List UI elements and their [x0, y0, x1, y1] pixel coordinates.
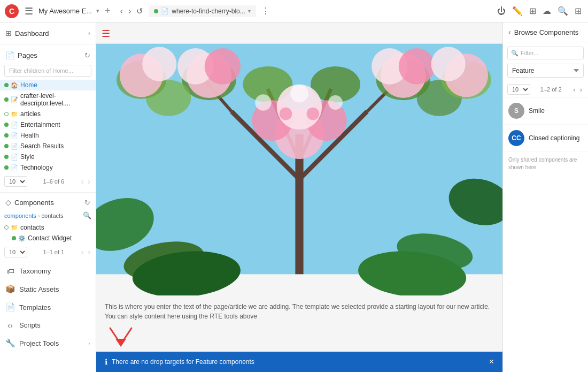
scripts-icon: ‹›: [5, 321, 15, 330]
svg-point-36: [307, 108, 320, 120]
hamburger-icon[interactable]: ☰: [22, 3, 35, 19]
notification-bar: ℹ There are no drop targets for Feature …: [96, 352, 502, 372]
right-panel-search-input[interactable]: [507, 47, 584, 59]
category-dropdown[interactable]: Feature: [507, 64, 584, 78]
article-body-text: This is where you enter the text of the …: [105, 302, 494, 321]
notification-close-button[interactable]: ×: [489, 357, 494, 367]
right-panel-search-wrap: 🔍: [507, 47, 584, 59]
components-header[interactable]: ◇ Components ↻: [0, 195, 96, 210]
right-panel-pagination: 10 1–2 of 2 ‹ ›: [503, 82, 588, 97]
breadcrumb-separator: ›: [38, 212, 40, 219]
apps-button[interactable]: ⊞: [527, 4, 538, 18]
rp-prev-button[interactable]: ‹: [571, 85, 577, 94]
right-panel-title: Browse Components: [514, 28, 583, 36]
sidebar-item-static-assets[interactable]: 📦 Static Assets: [0, 280, 96, 298]
title-chevron: ▾: [96, 7, 99, 14]
tree-item-descriptor[interactable]: 📝 crafter-level-descriptor.level....: [0, 90, 96, 109]
pages-prev-button[interactable]: ‹: [80, 176, 85, 187]
add-tab-button[interactable]: +: [103, 3, 113, 19]
right-panel: ‹ Browse Components 🔍 Feature 10 1–2 of …: [502, 22, 588, 372]
pages-pagination-info: 1–6 of 6: [29, 178, 78, 185]
component-item-smile[interactable]: S Smile: [503, 97, 588, 125]
tree-item-technology[interactable]: 📄 Technology: [0, 162, 96, 173]
left-sidebar: ⊞ Dashboard › 📄 Pages ↻ 🏠: [0, 22, 96, 372]
breadcrumb-current: contacts: [42, 212, 64, 219]
sidebar-item-templates[interactable]: 📄 Templates: [0, 298, 96, 316]
page-icon: 📄: [161, 7, 169, 15]
home-icon: 🏠: [11, 82, 18, 89]
svg-marker-43: [115, 339, 126, 347]
live-dot: [154, 9, 158, 13]
workspace-title[interactable]: My Awesome E...: [38, 7, 92, 15]
app-logo[interactable]: C: [4, 4, 19, 19]
cc-label: Closed captioning: [529, 134, 579, 142]
rp-next-button[interactable]: ›: [578, 85, 584, 94]
components-per-page-select[interactable]: 10: [4, 247, 27, 257]
dashboard-chevron: ›: [88, 29, 90, 37]
tree-item-home[interactable]: 🏠 Home: [0, 80, 96, 90]
forward-button[interactable]: ›: [126, 4, 133, 18]
notification-text: There are no drop targets for Feature co…: [112, 358, 485, 366]
pages-refresh-button[interactable]: ↻: [84, 51, 90, 59]
svg-text:C: C: [9, 7, 14, 16]
url-bar[interactable]: 📄 where-to-find-cherry-blo... ▾: [149, 5, 256, 17]
technology-icon: 📄: [11, 164, 18, 171]
edit-button[interactable]: ✏️: [510, 4, 525, 18]
pages-search: [0, 63, 96, 79]
tree-item-contact-widget[interactable]: ⚙️ Contact Widget: [0, 233, 96, 244]
tree-item-articles[interactable]: 📁 articles: [0, 109, 96, 119]
cc-avatar-text: CC: [512, 134, 521, 142]
hero-image: [96, 22, 502, 295]
sidebar-item-project-tools[interactable]: 🔧 Project Tools ›: [0, 334, 96, 352]
pages-header[interactable]: 📄 Pages ↻: [0, 48, 96, 63]
components-refresh-button[interactable]: ↻: [84, 199, 90, 207]
svg-point-31: [431, 47, 466, 81]
cloud-button[interactable]: ☁: [540, 4, 553, 18]
breadcrumb: components › contacts 🔍: [0, 210, 96, 221]
topbar-actions: ⏻ ✏️ ⊞ ☁ 🔍 ⊞: [495, 4, 584, 18]
cc-avatar: CC: [508, 130, 524, 146]
dashboard-header-left: ⊞ Dashboard: [5, 29, 49, 37]
tree-item-style[interactable]: 📄 Style: [0, 151, 96, 162]
articles-icon: 📁: [11, 111, 18, 118]
sidebar-item-taxonomy[interactable]: 🏷 Taxonomy: [0, 262, 96, 280]
refresh-button[interactable]: ↺: [134, 4, 145, 18]
dashboard-header[interactable]: ⊞ Dashboard ›: [0, 26, 96, 41]
widget-label: Contact Widget: [28, 234, 72, 242]
entertainment-icon: 📄: [11, 122, 18, 128]
tree-item-contacts-folder[interactable]: 📁 contacts: [0, 222, 96, 233]
rp-per-page-select[interactable]: 10: [507, 84, 530, 95]
components-prev-button[interactable]: ‹: [80, 247, 85, 257]
pages-per-page-select[interactable]: 10: [4, 176, 27, 187]
power-button[interactable]: ⏻: [495, 4, 508, 18]
tree-item-search-results[interactable]: 📄 Search Results: [0, 141, 96, 151]
tree-item-health[interactable]: 📄 Health: [0, 130, 96, 141]
tree-item-entertainment[interactable]: 📄 Entertainment: [0, 119, 96, 130]
search-button[interactable]: 🔍: [555, 4, 570, 18]
right-panel-search-row: 🔍: [503, 42, 588, 64]
pages-next-button[interactable]: ›: [87, 176, 91, 187]
components-next-button[interactable]: ›: [87, 247, 91, 257]
descriptor-icon: 📝: [11, 96, 18, 103]
component-item-closed-captioning[interactable]: CC Closed captioning: [503, 125, 588, 152]
dashboard-icon: ⊞: [5, 29, 12, 37]
technology-dot: [4, 165, 9, 170]
health-label: Health: [20, 132, 39, 139]
sidebar-item-scripts[interactable]: ‹› Scripts: [0, 316, 96, 334]
arrow-indicator: [105, 325, 494, 350]
templates-label: Templates: [19, 303, 90, 312]
breadcrumb-search-button[interactable]: 🔍: [83, 211, 91, 219]
search-results-icon: 📄: [11, 143, 18, 150]
widget-dot: [12, 236, 16, 240]
right-panel-back-button[interactable]: ‹: [508, 28, 511, 36]
content-menu-button[interactable]: ☰: [102, 28, 110, 40]
breadcrumb-parent[interactable]: components: [4, 212, 36, 219]
pages-label: Pages: [18, 51, 37, 59]
filter-search-icon: 🔍: [511, 50, 519, 57]
more-options-button[interactable]: ⋮: [259, 4, 272, 18]
grid-button[interactable]: ⊞: [572, 4, 584, 18]
scripts-label: Scripts: [19, 321, 90, 329]
contacts-label: contacts: [20, 224, 44, 231]
back-button[interactable]: ‹: [118, 4, 125, 18]
pages-search-input[interactable]: [4, 65, 91, 77]
